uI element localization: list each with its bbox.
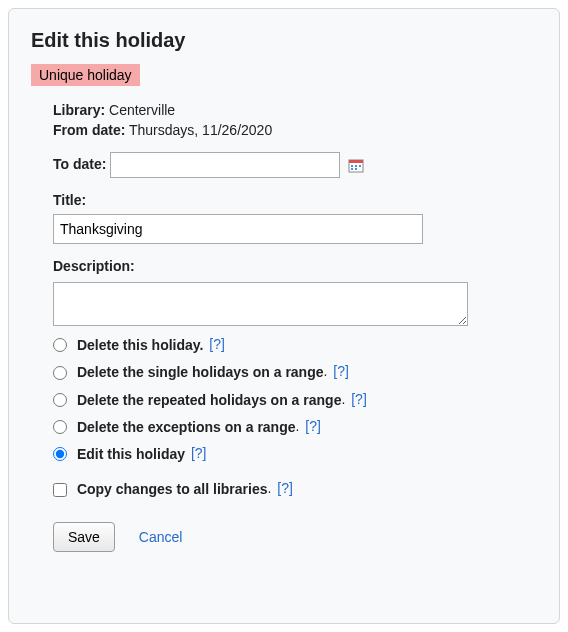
description-label: Description: — [53, 258, 135, 274]
svg-rect-6 — [355, 168, 357, 170]
help-link-delete-exceptions[interactable]: [?] — [305, 418, 321, 434]
from-date-label: From date: — [53, 122, 125, 138]
library-value: Centerville — [109, 102, 175, 118]
delete-holiday-radio[interactable] — [53, 338, 67, 352]
page-title: Edit this holiday — [31, 29, 537, 52]
svg-rect-3 — [355, 165, 357, 167]
delete-exceptions-label: Delete the exceptions on a range — [77, 419, 296, 435]
save-button[interactable]: Save — [53, 522, 115, 552]
to-date-row: To date: — [53, 152, 537, 178]
title-label: Title: — [53, 192, 86, 208]
svg-rect-1 — [349, 160, 363, 163]
copy-all-checkbox[interactable] — [53, 483, 67, 497]
copy-all-label: Copy changes to all libraries — [77, 482, 268, 498]
delete-exceptions-radio[interactable] — [53, 420, 67, 434]
help-link-edit[interactable]: [?] — [191, 445, 207, 461]
help-link-copy[interactable]: [?] — [277, 480, 293, 496]
from-date-value: Thursdays, 11/26/2020 — [129, 122, 272, 138]
cancel-link[interactable]: Cancel — [139, 529, 183, 545]
svg-rect-4 — [359, 165, 361, 167]
to-date-label: To date: — [53, 156, 106, 172]
holiday-type-badge: Unique holiday — [31, 64, 140, 86]
calendar-icon[interactable] — [348, 157, 364, 173]
delete-singles-label: Delete the single holidays on a range — [77, 365, 324, 381]
form-fields: Library: Centerville From date: Thursday… — [31, 102, 537, 552]
delete-repeated-radio[interactable] — [53, 393, 67, 407]
description-textarea[interactable] — [53, 282, 468, 326]
help-link-delete-singles[interactable]: [?] — [333, 363, 349, 379]
svg-rect-2 — [351, 165, 353, 167]
from-date-row: From date: Thursdays, 11/26/2020 — [53, 122, 537, 138]
library-row: Library: Centerville — [53, 102, 537, 118]
help-link-delete-holiday[interactable]: [?] — [209, 336, 225, 352]
library-label: Library: — [53, 102, 105, 118]
edit-holiday-radio[interactable] — [53, 447, 67, 461]
delete-repeated-label: Delete the repeated holidays on a range — [77, 392, 342, 408]
help-link-delete-repeated[interactable]: [?] — [351, 391, 367, 407]
title-input[interactable] — [53, 214, 423, 244]
action-options: Delete this holiday. [?] Delete the sing… — [53, 336, 537, 498]
edit-holiday-label: Edit this holiday — [77, 446, 185, 462]
to-date-input[interactable] — [110, 152, 340, 178]
svg-rect-5 — [351, 168, 353, 170]
title-row: Title: — [53, 192, 537, 244]
edit-holiday-panel: Edit this holiday Unique holiday Library… — [8, 8, 560, 624]
delete-holiday-label: Delete this holiday. — [77, 337, 204, 353]
form-buttons: Save Cancel — [53, 522, 537, 552]
delete-singles-radio[interactable] — [53, 366, 67, 380]
description-row: Description: — [53, 258, 537, 326]
